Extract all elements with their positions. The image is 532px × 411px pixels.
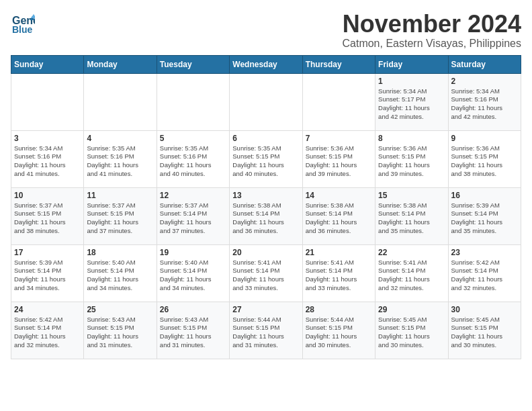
day-info: Sunrise: 5:38 AM Sunset: 5:14 PM Dayligh… [306, 201, 372, 236]
calendar-header: SundayMondayTuesdayWednesdayThursdayFrid… [11, 55, 521, 73]
svg-text:Blue: Blue [12, 24, 33, 35]
calendar-cell [230, 73, 302, 130]
calendar-cell: 25Sunrise: 5:43 AM Sunset: 5:15 PM Dayli… [84, 302, 157, 359]
day-number: 16 [451, 191, 518, 200]
header-row: SundayMondayTuesdayWednesdayThursdayFrid… [11, 55, 521, 73]
calendar-cell: 14Sunrise: 5:38 AM Sunset: 5:14 PM Dayli… [302, 187, 375, 244]
calendar-cell [157, 73, 229, 130]
day-info: Sunrise: 5:35 AM Sunset: 5:16 PM Dayligh… [160, 144, 226, 179]
week-row-2: 3Sunrise: 5:34 AM Sunset: 5:16 PM Daylig… [11, 130, 521, 187]
calendar-table: SundayMondayTuesdayWednesdayThursdayFrid… [11, 55, 521, 359]
day-info: Sunrise: 5:34 AM Sunset: 5:17 PM Dayligh… [378, 87, 445, 122]
week-row-4: 17Sunrise: 5:39 AM Sunset: 5:14 PM Dayli… [11, 244, 521, 302]
day-info: Sunrise: 5:42 AM Sunset: 5:14 PM Dayligh… [14, 316, 81, 350]
day-number: 6 [232, 134, 299, 143]
calendar-cell: 20Sunrise: 5:41 AM Sunset: 5:14 PM Dayli… [230, 244, 302, 302]
day-info: Sunrise: 5:39 AM Sunset: 5:14 PM Dayligh… [451, 201, 518, 236]
page-header: General Blue November 2024 Catmon, Easte… [11, 11, 521, 50]
calendar-cell: 26Sunrise: 5:43 AM Sunset: 5:15 PM Dayli… [157, 302, 229, 359]
day-number: 17 [14, 248, 81, 257]
day-number: 25 [87, 305, 153, 314]
calendar-cell: 30Sunrise: 5:45 AM Sunset: 5:15 PM Dayli… [448, 302, 521, 359]
calendar-cell: 29Sunrise: 5:45 AM Sunset: 5:15 PM Dayli… [375, 302, 448, 359]
day-info: Sunrise: 5:45 AM Sunset: 5:15 PM Dayligh… [451, 316, 518, 350]
calendar-cell [84, 73, 157, 130]
day-info: Sunrise: 5:43 AM Sunset: 5:15 PM Dayligh… [160, 316, 226, 350]
week-row-5: 24Sunrise: 5:42 AM Sunset: 5:14 PM Dayli… [11, 302, 521, 359]
day-info: Sunrise: 5:39 AM Sunset: 5:14 PM Dayligh… [14, 259, 81, 293]
day-info: Sunrise: 5:44 AM Sunset: 5:15 PM Dayligh… [306, 316, 372, 350]
day-info: Sunrise: 5:34 AM Sunset: 5:16 PM Dayligh… [451, 87, 518, 122]
day-info: Sunrise: 5:35 AM Sunset: 5:16 PM Dayligh… [87, 144, 153, 179]
calendar-cell: 18Sunrise: 5:40 AM Sunset: 5:14 PM Dayli… [84, 244, 157, 302]
day-info: Sunrise: 5:41 AM Sunset: 5:14 PM Dayligh… [232, 259, 299, 293]
logo-icon: General Blue [11, 11, 35, 35]
day-number: 28 [306, 305, 372, 314]
calendar-cell: 27Sunrise: 5:44 AM Sunset: 5:15 PM Dayli… [230, 302, 302, 359]
day-number: 11 [87, 191, 153, 200]
header-thursday: Thursday [302, 55, 375, 73]
day-info: Sunrise: 5:36 AM Sunset: 5:15 PM Dayligh… [378, 144, 445, 179]
day-number: 4 [87, 134, 153, 143]
calendar-cell: 24Sunrise: 5:42 AM Sunset: 5:14 PM Dayli… [11, 302, 84, 359]
day-number: 30 [451, 305, 518, 314]
calendar-cell: 6Sunrise: 5:35 AM Sunset: 5:15 PM Daylig… [230, 130, 302, 187]
header-monday: Monday [84, 55, 157, 73]
day-info: Sunrise: 5:41 AM Sunset: 5:14 PM Dayligh… [306, 259, 372, 293]
day-info: Sunrise: 5:38 AM Sunset: 5:14 PM Dayligh… [378, 201, 445, 236]
calendar-cell: 22Sunrise: 5:41 AM Sunset: 5:14 PM Dayli… [375, 244, 448, 302]
day-info: Sunrise: 5:37 AM Sunset: 5:14 PM Dayligh… [160, 201, 226, 236]
calendar-cell: 21Sunrise: 5:41 AM Sunset: 5:14 PM Dayli… [302, 244, 375, 302]
calendar-title: November 2024 [342, 11, 521, 38]
day-info: Sunrise: 5:38 AM Sunset: 5:14 PM Dayligh… [232, 201, 299, 236]
day-number: 9 [451, 134, 518, 143]
day-number: 24 [14, 305, 81, 314]
day-info: Sunrise: 5:35 AM Sunset: 5:15 PM Dayligh… [232, 144, 299, 179]
day-number: 18 [87, 248, 153, 257]
calendar-cell: 28Sunrise: 5:44 AM Sunset: 5:15 PM Dayli… [302, 302, 375, 359]
calendar-cell: 11Sunrise: 5:37 AM Sunset: 5:15 PM Dayli… [84, 187, 157, 244]
calendar-cell: 9Sunrise: 5:36 AM Sunset: 5:15 PM Daylig… [448, 130, 521, 187]
day-number: 21 [306, 248, 372, 257]
day-number: 12 [160, 191, 226, 200]
day-info: Sunrise: 5:45 AM Sunset: 5:15 PM Dayligh… [378, 316, 445, 350]
calendar-cell [302, 73, 375, 130]
day-info: Sunrise: 5:37 AM Sunset: 5:15 PM Dayligh… [87, 201, 153, 236]
day-info: Sunrise: 5:36 AM Sunset: 5:15 PM Dayligh… [451, 144, 518, 179]
day-info: Sunrise: 5:42 AM Sunset: 5:14 PM Dayligh… [451, 259, 518, 293]
day-number: 20 [232, 248, 299, 257]
calendar-cell: 8Sunrise: 5:36 AM Sunset: 5:15 PM Daylig… [375, 130, 448, 187]
day-number: 10 [14, 191, 81, 200]
day-number: 1 [378, 77, 445, 86]
day-info: Sunrise: 5:34 AM Sunset: 5:16 PM Dayligh… [14, 144, 81, 179]
day-info: Sunrise: 5:40 AM Sunset: 5:14 PM Dayligh… [87, 259, 153, 293]
day-number: 23 [451, 248, 518, 257]
calendar-cell: 16Sunrise: 5:39 AM Sunset: 5:14 PM Dayli… [448, 187, 521, 244]
header-sunday: Sunday [11, 55, 84, 73]
day-info: Sunrise: 5:36 AM Sunset: 5:15 PM Dayligh… [306, 144, 372, 179]
title-block: November 2024 Catmon, Eastern Visayas, P… [342, 11, 521, 50]
header-tuesday: Tuesday [157, 55, 229, 73]
day-number: 15 [378, 191, 445, 200]
day-number: 2 [451, 77, 518, 86]
day-number: 29 [378, 305, 445, 314]
calendar-cell: 1Sunrise: 5:34 AM Sunset: 5:17 PM Daylig… [375, 73, 448, 130]
calendar-cell: 17Sunrise: 5:39 AM Sunset: 5:14 PM Dayli… [11, 244, 84, 302]
calendar-cell: 7Sunrise: 5:36 AM Sunset: 5:15 PM Daylig… [302, 130, 375, 187]
calendar-cell: 3Sunrise: 5:34 AM Sunset: 5:16 PM Daylig… [11, 130, 84, 187]
calendar-cell: 5Sunrise: 5:35 AM Sunset: 5:16 PM Daylig… [157, 130, 229, 187]
week-row-1: 1Sunrise: 5:34 AM Sunset: 5:17 PM Daylig… [11, 73, 521, 130]
header-saturday: Saturday [448, 55, 521, 73]
calendar-subtitle: Catmon, Eastern Visayas, Philippines [342, 38, 521, 50]
day-info: Sunrise: 5:44 AM Sunset: 5:15 PM Dayligh… [232, 316, 299, 350]
day-number: 8 [378, 134, 445, 143]
logo: General Blue [11, 11, 35, 35]
day-number: 19 [160, 248, 226, 257]
calendar-cell: 15Sunrise: 5:38 AM Sunset: 5:14 PM Dayli… [375, 187, 448, 244]
day-number: 27 [232, 305, 299, 314]
day-info: Sunrise: 5:40 AM Sunset: 5:14 PM Dayligh… [160, 259, 226, 293]
day-number: 13 [232, 191, 299, 200]
day-info: Sunrise: 5:43 AM Sunset: 5:15 PM Dayligh… [87, 316, 153, 350]
day-number: 26 [160, 305, 226, 314]
calendar-cell: 23Sunrise: 5:42 AM Sunset: 5:14 PM Dayli… [448, 244, 521, 302]
